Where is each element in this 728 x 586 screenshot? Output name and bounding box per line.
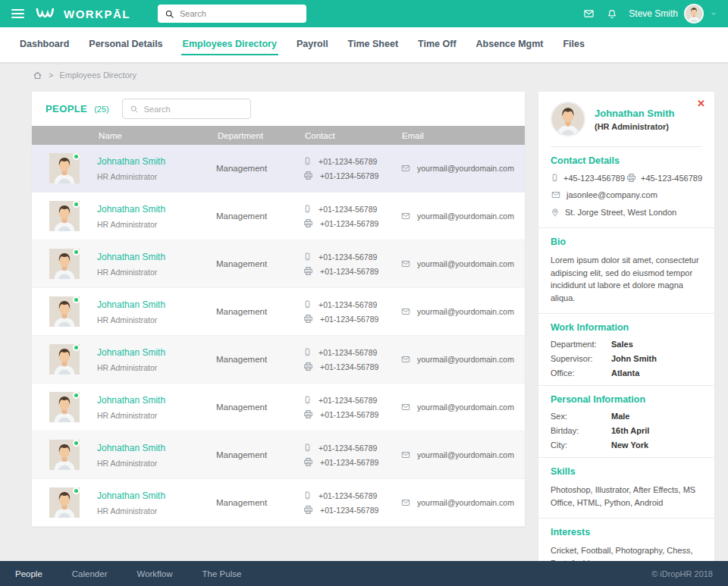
employee-email: yourmail@yourdomain.com [417,307,514,316]
employee-fax: +01-1234-56789 [320,410,378,419]
people-search-input[interactable] [144,105,243,114]
employee-name-link[interactable]: Johnathan Smith [97,395,216,406]
online-status-dot [73,249,80,255]
fax-icon [303,409,313,419]
nav-tab[interactable]: Payroll [295,35,330,55]
search-icon [130,105,139,114]
profile-name: Johnathan Smith [595,108,674,119]
employee-avatar [49,440,80,470]
employee-fax: +01-1234-56789 [320,315,378,324]
nav-tab[interactable]: Employees Directory [181,35,278,55]
info-row: Supervisor: John Smith [551,354,702,363]
employee-department: Management [216,164,303,173]
info-row: Sex: Male [551,412,702,421]
people-count: (25) [94,105,109,114]
home-icon[interactable] [33,71,42,80]
workpal-wave-icon [35,5,58,22]
footer-link[interactable]: Workflow [136,569,172,578]
employee-department: Management [216,307,303,316]
nav-tab[interactable]: Files [561,35,586,55]
nav-tab[interactable]: Absence Mgmt [475,35,545,55]
envelope-icon [400,307,411,316]
employee-role: HR Administrator [97,268,216,277]
employee-avatar [49,153,80,183]
skills-heading: Skills [551,466,702,477]
location-pin-icon [551,207,560,218]
employee-fax: +01-1234-56789 [320,267,378,276]
employee-row[interactable]: Johnathan Smith HR Administrator Managem… [32,479,525,527]
employee-row[interactable]: Johnathan Smith HR Administrator Managem… [32,288,525,336]
employee-role: HR Administrator [97,172,216,181]
footer-link[interactable]: People [15,569,42,578]
user-name: Steve Smith [629,8,678,19]
fax-icon [303,457,313,467]
info-row: Department: Sales [551,340,702,349]
user-menu[interactable]: Steve Smith [629,4,717,24]
online-status-dot [73,440,80,447]
employee-row[interactable]: Johnathan Smith HR Administrator Managem… [32,145,525,193]
envelope-icon [400,403,411,412]
employee-name-link[interactable]: Johnathan Smith [97,299,216,310]
notifications-bell-icon[interactable] [607,8,617,20]
table-header: NameDepartmentContactEmail [32,126,525,145]
profile-header: Johnathan Smith (HR Administrator) [551,102,702,147]
column-header: Department [216,131,303,140]
breadcrumb-current: Employees Directory [59,71,136,80]
copyright: © iDropHR 2018 [651,569,713,578]
employee-email: yourmail@yourdomain.com [417,259,514,268]
employee-name-link[interactable]: Johnathan Smith [97,443,216,453]
fax-icon [303,171,313,180]
employee-name-link[interactable]: Johnathan Smith [97,490,216,501]
divider [538,313,714,314]
employee-department: Management [216,259,303,268]
profile-phone: +45-123-456789 [563,174,625,183]
messages-icon[interactable] [582,8,595,19]
online-status-dot [73,487,80,494]
chevron-down-icon [710,10,717,17]
employee-name-link[interactable]: Johnathan Smith [97,156,216,167]
envelope-icon [400,450,411,459]
employee-row[interactable]: Johnathan Smith HR Administrator Managem… [32,431,525,479]
nav-tab[interactable]: Dashboard [18,35,71,55]
footer-link[interactable]: Calender [72,569,108,578]
employee-avatar [49,392,80,422]
online-status-dot [73,344,80,351]
search-icon [165,9,174,19]
envelope-icon [400,498,411,507]
close-icon[interactable]: ✕ [697,99,705,108]
employee-email: yourmail@yourdomain.com [417,164,514,173]
employee-row[interactable]: Johnathan Smith HR Administrator Managem… [32,240,525,288]
nav-tab[interactable]: Personal Details [87,35,164,55]
column-header: Email [400,131,525,140]
interests-heading: Interests [551,527,702,537]
nav-tab[interactable]: Time Sheet [347,35,400,55]
online-status-dot [73,201,80,208]
brand-logo[interactable]: WORKPĀL [35,5,130,22]
employee-email: yourmail@yourdomain.com [417,450,514,459]
nav-tab[interactable]: Time Off [416,35,457,55]
employee-row[interactable]: Johnathan Smith HR Administrator Managem… [32,384,525,431]
employee-phone: +01-1234-56789 [318,443,377,453]
employee-fax: +01-1234-56789 [320,506,378,515]
employee-row[interactable]: Johnathan Smith HR Administrator Managem… [32,336,525,384]
employee-role: HR Administrator [97,363,216,372]
people-title: PEOPLE [46,103,87,114]
footer-link[interactable]: The Pulse [202,569,242,578]
mobile-phone-icon [303,299,312,309]
employee-row[interactable]: Johnathan Smith HR Administrator Managem… [32,193,525,240]
main-nav: DashboardPersonal DetailsEmployees Direc… [0,27,728,62]
employee-department: Management [216,498,303,507]
mobile-phone-icon [303,490,312,500]
contact-details-heading: Contact Details [551,155,702,166]
people-card: PEOPLE (25) NameDepartmentContactEmail [32,92,525,527]
global-search-input[interactable] [180,9,300,18]
employee-name-link[interactable]: Johnathan Smith [97,204,216,215]
fax-icon [303,362,313,371]
employee-name-link[interactable]: Johnathan Smith [97,347,216,358]
employee-name-link[interactable]: Johnathan Smith [97,252,216,262]
employee-phone: +01-1234-56789 [318,396,377,405]
employee-fax: +01-1234-56789 [320,219,378,228]
footer: PeopleCalenderWorkflowThe Pulse © iDropH… [0,561,728,586]
menu-toggle-icon[interactable] [0,0,35,27]
employee-email: yourmail@yourdomain.com [417,355,514,364]
